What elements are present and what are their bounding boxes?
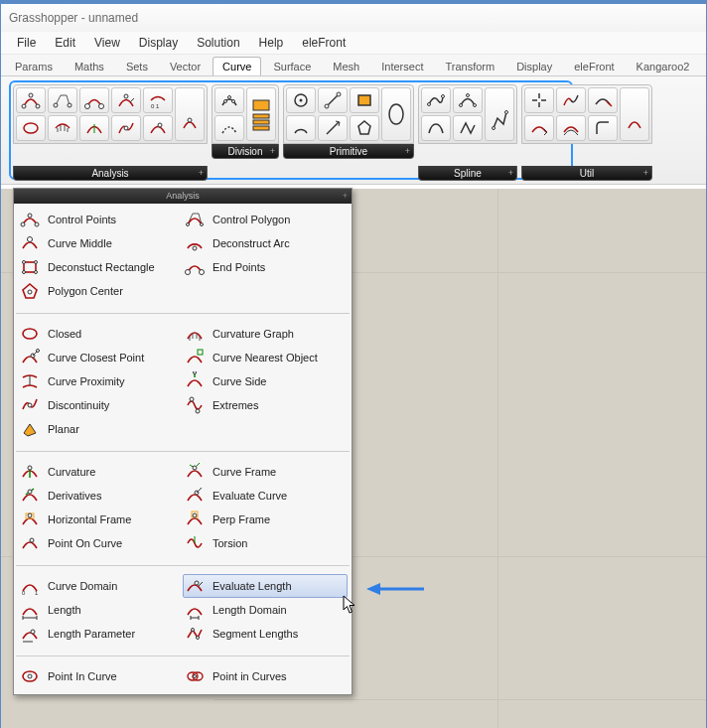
menu-help[interactable]: Help xyxy=(251,34,292,52)
tool-discontinuity[interactable] xyxy=(111,115,141,141)
curve-middle-icon xyxy=(20,233,40,253)
menu-item-horizontal-frame[interactable]: Horizontal Frame xyxy=(18,508,183,531)
menu-item-point-on-curve[interactable]: Point On Curve xyxy=(18,531,183,555)
menu-item-discontinuity[interactable]: Discontinuity xyxy=(18,393,183,417)
menu-view[interactable]: View xyxy=(86,34,128,52)
group-label-primitive[interactable]: Primitive xyxy=(283,144,414,159)
menu-item-control-points[interactable]: Control Points xyxy=(18,208,183,231)
tab-sets[interactable]: Sets xyxy=(116,57,158,75)
menu-item-length-domain[interactable]: Length Domain xyxy=(183,598,348,622)
menu-item-curve-domain[interactable]: 01Curve Domain xyxy=(18,574,183,598)
menu-item-evaluate-curve[interactable]: Evaluate Curve xyxy=(183,484,348,508)
tool-project[interactable] xyxy=(620,87,649,141)
svg-point-50 xyxy=(187,223,190,226)
menu-edit[interactable]: Edit xyxy=(47,34,83,52)
tool-flip-curve[interactable] xyxy=(524,115,554,141)
menu-item-perp-frame[interactable]: Perp Frame xyxy=(183,508,348,531)
tab-maths[interactable]: Maths xyxy=(65,57,114,75)
tool-offset[interactable] xyxy=(556,115,586,141)
curve-frame-icon xyxy=(185,462,205,482)
menu-item-curve-middle[interactable]: Curve Middle xyxy=(18,231,183,255)
tool-evaluate-curve[interactable] xyxy=(143,115,173,141)
tool-bezier-span[interactable] xyxy=(421,115,451,141)
svg-point-92 xyxy=(192,629,195,632)
tool-kinky-curve[interactable] xyxy=(453,115,483,141)
tool-polygon[interactable] xyxy=(350,115,379,141)
svg-rect-20 xyxy=(253,120,269,124)
group-label-spline[interactable]: Spline xyxy=(418,166,517,181)
tab-elefront[interactable]: eleFront xyxy=(564,57,624,75)
tab-transform[interactable]: Transform xyxy=(435,57,504,75)
tool-explode[interactable] xyxy=(524,87,554,113)
svg-point-67 xyxy=(28,466,32,470)
tool-rectangle[interactable] xyxy=(350,87,379,113)
menu-item-closed[interactable]: Closed xyxy=(18,322,183,346)
menu-item-segment-lengths[interactable]: Segment Lengths xyxy=(183,622,348,646)
menu-item-deconstruct-rectangle[interactable]: Deconstuct Rectangle xyxy=(18,255,183,279)
tab-params[interactable]: Params xyxy=(5,57,63,75)
tool-curve-domain[interactable]: 0 1 xyxy=(143,87,173,113)
menu-item-point-in-curve[interactable]: Point In Curve xyxy=(18,664,183,688)
menu-item-end-points[interactable]: End Points xyxy=(183,255,348,279)
group-label-util[interactable]: Util xyxy=(521,166,652,181)
menu-item-curve-closest-point[interactable]: Curve Closest Point xyxy=(18,346,183,369)
menu-item-polygon-center[interactable]: Polygon Center xyxy=(18,279,183,303)
tool-analysis-more[interactable] xyxy=(175,87,205,141)
menu-item-evaluate-length[interactable]: Evaluate Length xyxy=(183,574,348,598)
menu-item-length[interactable]: Length xyxy=(18,598,183,622)
dropdown-header[interactable]: Analysis xyxy=(14,189,352,204)
tool-interpolate[interactable] xyxy=(421,87,451,113)
group-label-division[interactable]: Division xyxy=(212,144,279,159)
tool-dash-pattern[interactable] xyxy=(214,115,244,141)
menu-item-derivatives[interactable]: Derivatives xyxy=(18,484,183,508)
menu-item-curvature-graph[interactable]: Curvature Graph xyxy=(183,322,348,346)
tab-surface[interactable]: Surface xyxy=(263,57,321,75)
menu-item-point-in-curves[interactable]: Point in Curves xyxy=(183,664,348,688)
tool-join-curves[interactable] xyxy=(556,87,586,113)
curve-side-icon xyxy=(185,371,205,391)
tool-curvature[interactable] xyxy=(79,115,109,141)
tab-user[interactable]: User xyxy=(701,57,707,75)
menu-item-extremes[interactable]: Extremes xyxy=(183,393,348,417)
tool-control-polygon[interactable] xyxy=(48,87,77,113)
tool-ellipse[interactable] xyxy=(381,87,411,141)
menu-item-curve-nearest-object[interactable]: Curve Nearest Object xyxy=(183,346,348,369)
tool-line-sdl[interactable] xyxy=(318,115,348,141)
menu-solution[interactable]: Solution xyxy=(189,34,247,52)
tool-fillet[interactable] xyxy=(588,115,618,141)
menu-item-label: Point In Curve xyxy=(48,670,117,682)
tool-evaluate-length[interactable] xyxy=(111,87,141,113)
menu-item-curvature[interactable]: Curvature xyxy=(18,460,183,484)
menu-item-length-parameter[interactable]: Length Parameter xyxy=(18,622,183,646)
tool-closed[interactable] xyxy=(16,115,46,141)
menu-item-curve-frame[interactable]: Curve Frame xyxy=(183,460,348,484)
menu-item-torsion[interactable]: Torsion xyxy=(183,531,348,555)
tool-extend[interactable] xyxy=(588,87,618,113)
tab-curve[interactable]: Curve xyxy=(212,57,261,75)
tool-control-points[interactable] xyxy=(16,87,46,113)
tool-curvature-graph[interactable] xyxy=(48,115,77,141)
tool-contour[interactable] xyxy=(246,87,276,141)
menu-item-deconstruct-arc[interactable]: Deconstruct Arc xyxy=(183,231,348,255)
point-on-curve-icon xyxy=(20,533,40,553)
tab-mesh[interactable]: Mesh xyxy=(323,57,369,75)
menu-elefront[interactable]: eleFront xyxy=(294,34,354,52)
tool-divide-curve[interactable] xyxy=(214,87,244,113)
menu-item-planar[interactable]: Planar xyxy=(18,417,183,441)
tool-nurbs-curve[interactable] xyxy=(453,87,483,113)
menu-file[interactable]: File xyxy=(9,34,44,52)
tab-vector[interactable]: Vector xyxy=(160,57,211,75)
tool-end-points[interactable] xyxy=(79,87,109,113)
tab-intersect[interactable]: Intersect xyxy=(371,57,433,75)
tool-line[interactable] xyxy=(318,87,348,113)
menu-display[interactable]: Display xyxy=(131,34,186,52)
tool-arc[interactable] xyxy=(286,115,316,141)
group-label-analysis[interactable]: Analysis xyxy=(13,166,208,181)
tool-polyline[interactable] xyxy=(485,87,514,141)
menu-item-curve-side[interactable]: Curve Side xyxy=(183,369,348,393)
menu-item-control-polygon[interactable]: Control Polygon xyxy=(183,208,348,231)
tool-circle[interactable] xyxy=(286,87,316,113)
tab-kangaroo2[interactable]: Kangaroo2 xyxy=(627,57,700,75)
menu-item-curve-proximity[interactable]: Curve Proximity xyxy=(18,369,183,393)
tab-display[interactable]: Display xyxy=(506,57,562,75)
